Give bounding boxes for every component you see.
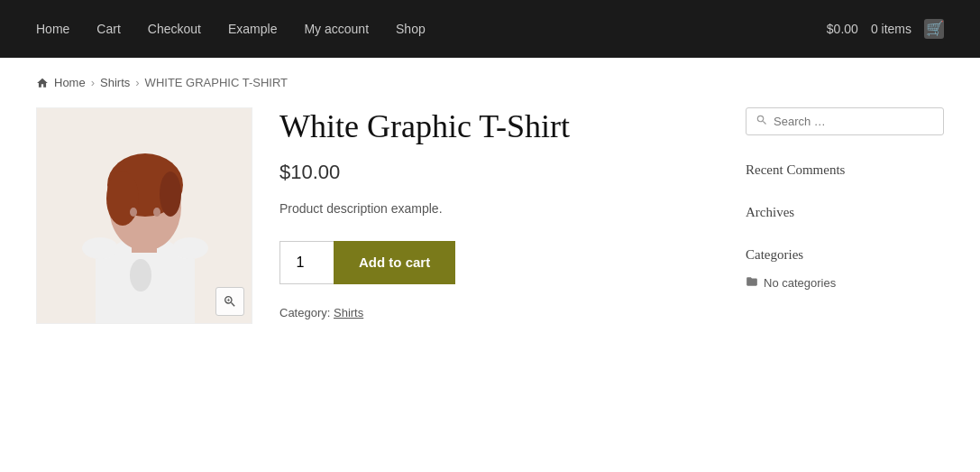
- nav-example[interactable]: Example: [228, 22, 277, 36]
- breadcrumb-sep2: ›: [135, 76, 139, 89]
- breadcrumb-home-link[interactable]: Home: [54, 76, 86, 89]
- archives-section: Archives: [746, 205, 944, 220]
- cart-total: $0.00: [827, 22, 858, 36]
- cart-area: $0.00 0 items: [827, 19, 944, 39]
- cart-icon[interactable]: [924, 19, 944, 39]
- breadcrumb-current: WHITE GRAPHIC T-SHIRT: [145, 76, 288, 89]
- search-box[interactable]: [746, 107, 944, 135]
- zoom-button[interactable]: [215, 287, 244, 316]
- product-main: White Graphic T-Shirt $10.00 Product des…: [36, 107, 710, 324]
- product-title: White Graphic T-Shirt: [279, 107, 710, 146]
- svg-point-7: [106, 171, 139, 226]
- nav-home[interactable]: Home: [36, 22, 69, 36]
- product-description: Product description example.: [279, 199, 710, 218]
- product-image-wrapper: [36, 107, 252, 324]
- breadcrumb: Home › Shirts › WHITE GRAPHIC T-SHIRT: [36, 76, 944, 89]
- svg-point-3: [130, 259, 151, 292]
- categories-title: Categories: [746, 247, 944, 263]
- home-breadcrumb-icon: [36, 77, 49, 89]
- svg-point-12: [172, 237, 208, 259]
- quantity-input[interactable]: [279, 241, 334, 284]
- svg-point-10: [153, 208, 160, 217]
- folder-icon: [746, 275, 758, 291]
- svg-point-8: [160, 171, 181, 217]
- product-area: White Graphic T-Shirt $10.00 Product des…: [36, 107, 944, 324]
- svg-point-9: [130, 208, 137, 217]
- search-icon: [756, 114, 768, 129]
- categories-section: Categories No categories: [746, 247, 944, 291]
- nav-my-account[interactable]: My account: [304, 22, 369, 36]
- nav-cart[interactable]: Cart: [96, 22, 120, 36]
- no-categories-label: No categories: [764, 276, 836, 290]
- product-price: $10.00: [279, 161, 710, 184]
- add-to-cart-row: Add to cart: [279, 241, 710, 284]
- breadcrumb-shirts-link[interactable]: Shirts: [100, 76, 130, 89]
- svg-point-11: [82, 237, 118, 259]
- product-meta: Category: Shirts: [279, 306, 710, 319]
- recent-comments-section: Recent Comments: [746, 162, 944, 178]
- nav-checkout[interactable]: Checkout: [148, 22, 201, 36]
- no-categories: No categories: [746, 275, 944, 291]
- add-to-cart-button[interactable]: Add to cart: [334, 241, 455, 284]
- nav-links: Home Cart Checkout Example My account Sh…: [36, 22, 426, 36]
- product-info-column: White Graphic T-Shirt $10.00 Product des…: [279, 107, 710, 324]
- search-input[interactable]: [774, 115, 934, 128]
- archives-title: Archives: [746, 205, 944, 220]
- recent-comments-title: Recent Comments: [746, 162, 944, 178]
- category-link[interactable]: Shirts: [334, 306, 363, 319]
- breadcrumb-sep1: ›: [91, 76, 95, 89]
- nav-shop[interactable]: Shop: [396, 22, 426, 36]
- top-navigation: Home Cart Checkout Example My account Sh…: [0, 0, 980, 58]
- product-image-column: [36, 107, 252, 324]
- page-wrapper: Home › Shirts › WHITE GRAPHIC T-SHIRT: [0, 58, 980, 342]
- category-label: Category:: [279, 306, 330, 319]
- sidebar: Recent Comments Archives Categories No c…: [746, 107, 944, 324]
- cart-items-count: 0 items: [871, 22, 911, 36]
